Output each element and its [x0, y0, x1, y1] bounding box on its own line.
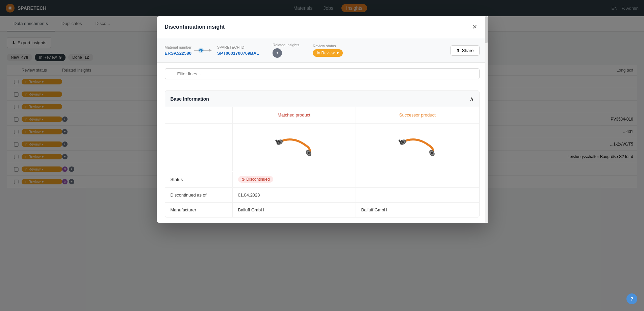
- chevron-up-icon: ∧: [470, 96, 474, 102]
- scrollbar-thumb[interactable]: [485, 16, 488, 43]
- discontinuation-modal: Discontinuation insight ✕ Material numbe…: [157, 16, 488, 223]
- discontinued-date-row: Discontinued as of 01.04.2023: [165, 188, 479, 203]
- product-compare-header: Matched product Successor product: [165, 107, 479, 124]
- modal-header: Discontinuation insight ✕: [157, 16, 488, 38]
- modal-body[interactable]: 🔍 Base Information ∧ Matched product Suc…: [157, 63, 488, 223]
- material-number-group: Material number ERSA522580: [165, 45, 192, 56]
- successor-product-image: [356, 124, 479, 171]
- svg-point-21: [431, 152, 433, 154]
- filter-search-area: 🔍: [157, 63, 488, 85]
- svg-marker-7: [209, 49, 212, 52]
- section-title: Base Information: [171, 96, 209, 102]
- base-information-section: Base Information ∧ Matched product Succe…: [165, 90, 480, 217]
- related-insights-label: Related Insights: [273, 43, 299, 47]
- related-insights-icon[interactable]: ✦: [273, 48, 282, 58]
- link-arrow: S: [194, 47, 214, 54]
- material-link-area: Material number ERSA522580 S SPARETECH I…: [165, 45, 259, 56]
- review-status-pill[interactable]: In Review ▾: [313, 49, 343, 57]
- scrollbar-track[interactable]: [485, 16, 488, 223]
- discontinued-date-label: Discontinued as of: [165, 188, 233, 202]
- modal-title: Discontinuation insight: [165, 24, 225, 30]
- related-insights-group: Related Insights ✦: [273, 43, 299, 58]
- status-value: ⊗ Discontinued: [233, 171, 356, 187]
- status-value-right: [356, 175, 479, 184]
- circle-x-icon: ⊗: [241, 177, 245, 182]
- manufacturer-matched: Balluff GmbH: [233, 203, 356, 217]
- section-body: Matched product Successor product: [165, 107, 480, 217]
- manufacturer-row: Manufacturer Balluff GmbH Balluff GmbH: [165, 203, 479, 217]
- review-status-label: Review status: [313, 44, 343, 48]
- sparetech-id-label: SPARETECH ID: [217, 45, 259, 49]
- matched-product-image: [233, 124, 356, 171]
- material-number-value[interactable]: ERSA522580: [165, 51, 192, 56]
- discontinued-badge: ⊗ Discontinued: [238, 176, 273, 183]
- section-header[interactable]: Base Information ∧: [165, 90, 480, 107]
- material-number-label: Material number: [165, 45, 192, 49]
- close-button[interactable]: ✕: [470, 22, 480, 32]
- successor-product-header: Successor product: [356, 107, 479, 123]
- matched-product-svg: [272, 132, 316, 162]
- share-icon: ⬆: [456, 48, 460, 53]
- share-btn-label: Share: [462, 48, 474, 53]
- share-button[interactable]: ⬆ Share: [450, 45, 480, 56]
- modal-overlay[interactable]: Discontinuation insight ✕ Material numbe…: [0, 0, 644, 311]
- chevron-down-icon: ▾: [337, 51, 339, 55]
- modal-info-bar: Material number ERSA522580 S SPARETECH I…: [157, 38, 488, 63]
- help-button[interactable]: ?: [626, 293, 637, 304]
- manufacturer-successor: Balluff GmbH: [356, 203, 479, 217]
- status-label: Status: [165, 172, 233, 187]
- svg-text:S: S: [200, 50, 202, 52]
- status-row: Status ⊗ Discontinued: [165, 171, 479, 188]
- filter-input-wrap: 🔍: [165, 68, 480, 79]
- sparetech-id-value[interactable]: SPT0001700769BAL: [217, 51, 259, 56]
- manufacturer-label: Manufacturer: [165, 203, 233, 217]
- successor-product-svg: [395, 132, 439, 162]
- review-status-group: Review status In Review ▾: [313, 44, 343, 57]
- matched-product-header: Matched product: [233, 107, 356, 123]
- product-images-row: [165, 124, 479, 171]
- filter-lines-input[interactable]: [165, 68, 480, 79]
- discontinued-date-value: 01.04.2023: [233, 188, 356, 202]
- sparetech-id-group: SPARETECH ID SPT0001700769BAL: [217, 45, 259, 56]
- svg-point-13: [308, 152, 310, 154]
